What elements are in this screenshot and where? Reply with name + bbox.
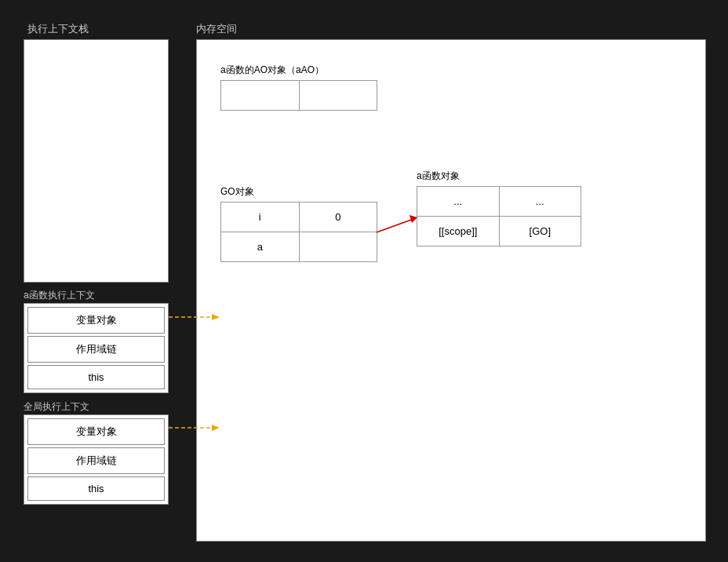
ao-table [220, 80, 377, 111]
go-table: i 0 a [220, 202, 377, 262]
go-cell-i-key: i [221, 203, 300, 232]
afunc-row-scope: [[scope]] [GO] [417, 217, 581, 246]
afunc-label: a函数对象 [417, 170, 581, 183]
go-cell-i-val: 0 [299, 203, 377, 232]
go-row-a: a [221, 232, 377, 262]
go-label: GO对象 [220, 185, 377, 199]
a-context-box: 变量对象 作用域链 this [24, 303, 169, 393]
afunc-row-dots: ... ... [417, 187, 581, 217]
afunc-section: a函数对象 ... ... [[scope]] [GO] [417, 170, 581, 246]
go-cell-a-val [299, 232, 377, 262]
a-context-item-this: this [27, 365, 165, 389]
global-context-label: 全局执行上下文 [24, 400, 89, 414]
go-section: GO对象 i 0 a [220, 185, 377, 262]
left-panel-title: 执行上下文栈 [27, 22, 89, 36]
a-context-item-scope: 作用域链 [27, 336, 165, 363]
afunc-cell-go: [GO] [499, 217, 581, 246]
a-context-label: a函数执行上下文 [24, 289, 95, 302]
ao-cell-right [299, 81, 377, 111]
afunc-table: ... ... [[scope]] [GO] [417, 186, 581, 246]
global-context-item-this: this [27, 476, 165, 501]
ao-cell-left [221, 81, 300, 111]
a-context-item-variables: 变量对象 [27, 307, 165, 334]
afunc-cell-dots-right: ... [499, 187, 581, 217]
global-context-item-scope: 作用域链 [27, 447, 165, 474]
afunc-cell-dots-left: ... [417, 187, 500, 217]
memory-space: a函数的AO对象（aAO） GO对象 i 0 [196, 39, 706, 542]
go-cell-a-key: a [221, 232, 300, 262]
go-row-i: i 0 [221, 203, 377, 232]
exec-stack-empty [24, 39, 169, 283]
global-context-box: 变量对象 作用域链 this [24, 414, 169, 505]
global-context-item-variables: 变量对象 [27, 418, 165, 445]
memory-title: 内存空间 [196, 22, 237, 36]
afunc-cell-scope: [[scope]] [417, 217, 500, 246]
ao-label: a函数的AO对象（aAO） [220, 64, 377, 77]
ao-section: a函数的AO对象（aAO） [220, 64, 377, 111]
